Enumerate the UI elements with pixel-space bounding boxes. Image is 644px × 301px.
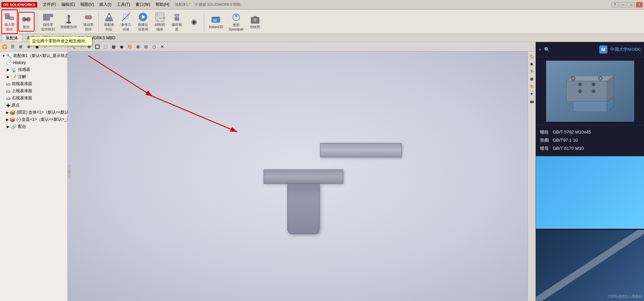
svg-rect-2 [5,14,9,16]
tree-sensor[interactable]: ▶ 📡 传感器 [1,66,67,73]
move-component-button[interactable]: 移动零部件 [80,10,97,34]
close-button[interactable]: ✕ [636,2,643,7]
smart-fastener-label: 智能配扣件 [60,25,77,29]
svg-point-58 [592,89,595,93]
view-section-btn[interactable]: ▦ [528,75,535,82]
tree-history[interactable]: 🕐 History [1,59,67,66]
menu-view[interactable]: 视图(V) [78,1,97,8]
front-plane-icon: ▭ [6,81,11,87]
tree-box[interactable]: ▶ 📦 (固定) 盒体<1>（默认<<默认>_外观 [1,109,67,116]
attribution-text: CSDN @宽容人厚载物 [608,294,642,299]
solidworks-logo: DS SOLIDWORKS [1,2,37,7]
instant3d-button[interactable]: 3D Instant3D [206,13,226,31]
svg-point-50 [572,77,574,79]
view-mode-list[interactable]: ☰ [9,43,16,51]
view-scene-btn[interactable]: ★ [528,90,535,97]
insert-parts-icon [4,12,15,22]
smart-fastener-button[interactable]: 智能配扣件 [58,12,80,31]
mooc-logo: M 中国大学MOOC [599,45,641,54]
mooc-header-controls: + 🔍 [539,47,550,52]
bom-label: 材料明细表 [155,22,165,32]
ref-geometry-button[interactable]: 参考几何体 [118,10,134,34]
vp-select-btn[interactable]: 🔲 [94,43,101,51]
left-panel-collapse[interactable]: ‹ [68,165,70,178]
viewport-toolbar: 🔍 🔭 ⊕ 🔲 ⬚ ▦ ◉ 🎨 🖥 ⊟ ◻ ✕ [68,42,536,52]
tree-top-plane[interactable]: ▭ 上视基准面 [1,87,67,95]
menu-file[interactable]: 文件(F) [40,1,59,8]
svg-rect-7 [47,14,49,17]
part2-spec: GB/T97.1 10 [553,138,578,143]
view-camera-btn[interactable]: 📷 [528,98,535,104]
svg-rect-11 [68,15,70,17]
tree-lid[interactable]: ▶ 📦 (-) 盒盖<1>（默认<<默认>_外观 显 [1,116,67,123]
vp-grid-btn[interactable]: ▦ [110,43,117,51]
tree-mate[interactable]: ▶ 🔗 配合 [1,123,67,130]
vp-close-btn[interactable]: ✕ [159,43,166,51]
view-rotate-btn[interactable]: ↻ [528,68,535,75]
unknown-btn[interactable]: ◉ [186,15,202,29]
new-motion-button[interactable]: 新建运动算例 [135,10,151,34]
insert-parts-button[interactable]: 插入零部件 [1,9,18,34]
vp-shading-btn[interactable]: ◉ [118,43,125,51]
front-plane-label: 前视基准面 [12,81,32,87]
assembly-feature-button[interactable]: 装配体特征 [101,10,117,34]
part3-name: 螺母 [540,146,549,151]
instant3d-icon: 3D [210,14,221,25]
vp-view-btn[interactable]: ⬚ [102,43,109,51]
tab-assembly[interactable]: 装配体 [1,34,22,42]
annotation-expand[interactable]: ▶ [6,75,10,79]
mooc-zoom-button[interactable]: 🔍 [544,47,550,52]
tree-front-plane[interactable]: ▭ 前视基准面 [1,80,67,87]
annotation-label: 注解 [18,74,26,80]
view-3d-btn[interactable]: ◉ [528,60,535,67]
view-mode-icons[interactable]: ⊞ [17,43,24,51]
mate-button[interactable]: 配合 [18,12,35,32]
maximize-button[interactable]: □ [628,2,635,7]
help-button[interactable]: — [620,2,626,7]
svg-rect-35 [254,16,256,18]
feature-tree: ▼ 🔧 装配体1（默认<默认_显示状态-1>） 🕐 History ▶ 📡 传感… [0,52,67,301]
instant3d-label: Instant3D [209,25,223,29]
menu-tools[interactable]: 工具(T) [114,1,133,8]
assembly-feature-label: 装配体特征 [104,22,114,32]
svg-rect-45 [566,81,607,101]
menu-window[interactable]: 窗口(W) [133,1,153,8]
vp-min-btn[interactable]: ⊟ [142,43,150,51]
vp-color-btn[interactable]: 🎨 [126,43,133,51]
mooc-screenshot-2: CSDN @宽容人厚载物 [536,229,644,301]
minimize-button[interactable]: ? [611,2,618,7]
lid-expand[interactable]: ▶ [6,118,9,122]
top-plane-icon: ▭ [6,88,11,94]
tree-origin[interactable]: ✚ 原点 [1,102,67,109]
window-controls: ? — □ ✕ [611,2,643,7]
speedpak-button[interactable]: 更新Speedpak [226,10,246,33]
snapshot-button[interactable]: 拍快照 [247,12,263,31]
tree-annotation[interactable]: ▶ 📝 注解 [1,73,67,80]
snapshot-icon [250,14,261,25]
vp-scene-btn[interactable]: 🖥 [134,43,142,51]
mooc-add-button[interactable]: + [539,47,541,52]
tree-right-plane[interactable]: ▭ 右视基准面 [1,95,67,102]
svg-rect-27 [175,18,179,20]
mate-expand[interactable]: ▶ [6,125,10,129]
menu-help[interactable]: 帮助(H) [153,1,172,8]
main-area: 🔽 ☰ ⊞ ⊕ ◉ › ▼ 🔧 装配体1（默认<默认_显示状态-1>） 🕐 Hi… [0,42,644,301]
box-label: (固定) 盒体<1>（默认<<默认>_外观 [17,109,67,115]
bom-button[interactable]: BOM 材料明细表 [152,10,168,34]
sensor-expand[interactable]: ▶ [6,68,10,72]
svg-text:BOM: BOM [159,17,165,20]
box-expand[interactable]: ▶ [6,111,9,115]
vp-restore-btn[interactable]: ◻ [150,43,158,51]
menu-edit[interactable]: 编辑(E) [59,1,78,8]
linear-pattern-button[interactable]: 线性零部件阵列 [39,10,57,34]
right-plane-label: 右视基准面 [12,95,32,101]
view-display-btn[interactable]: 🎨 [528,83,535,89]
exploded-view-button[interactable]: 爆炸视图 [169,10,185,34]
view-orient-btn[interactable]: 🏠 [528,53,535,60]
mooc-screenshot-1 [536,155,644,229]
filter-button[interactable]: 🔽 [1,43,8,51]
tree-root[interactable]: ▼ 🔧 装配体1（默认<默认_显示状态-1>） [1,52,67,59]
root-expand[interactable]: ▼ [2,54,5,58]
part1-name: 螺栓 [540,129,549,135]
menu-insert[interactable]: 插入(I) [97,1,114,8]
